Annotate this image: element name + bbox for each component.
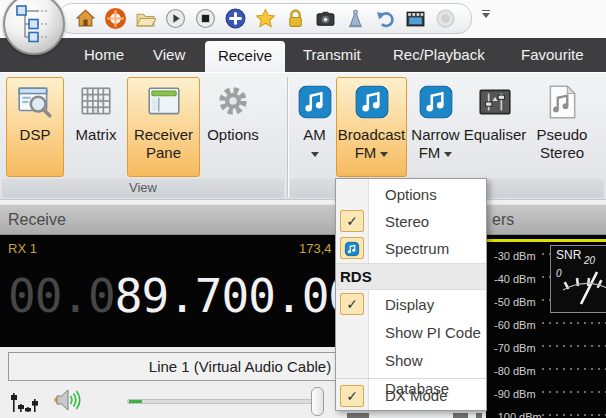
- volume-slider-thumb[interactable]: [311, 387, 324, 416]
- frequency-display[interactable]: 00.089.700.00: [8, 269, 355, 323]
- frequency-value: 89.700.00: [115, 269, 355, 323]
- music-note-page-icon: [543, 83, 581, 121]
- toolbar-overflow-button[interactable]: [478, 8, 494, 24]
- application-menu-button[interactable]: [3, 0, 65, 55]
- equaliser-button[interactable]: Equaliser: [463, 77, 527, 177]
- undo-icon[interactable]: [375, 8, 396, 29]
- scale-row: -90 dBm: [494, 384, 606, 398]
- rx-offset-value: 173,4: [299, 241, 332, 256]
- checkmark-icon: ✓: [340, 293, 364, 315]
- matrix-icon: [77, 83, 115, 121]
- checkmark-icon: ✓: [340, 385, 364, 407]
- help-icon[interactable]: [105, 8, 126, 29]
- frequency-leading-zeros: 00.0: [8, 269, 115, 323]
- dropdown-arrow-icon: [444, 152, 452, 157]
- menu-section-rds: RDS: [336, 263, 486, 290]
- lock-icon[interactable]: [285, 8, 306, 29]
- matrix-button[interactable]: Matrix: [68, 77, 124, 177]
- tab-rec-playback[interactable]: Rec/Playback: [393, 38, 485, 72]
- music-note-icon: [353, 83, 391, 121]
- menu-item-options[interactable]: Options: [336, 181, 486, 208]
- menu-item-dx-mode[interactable]: ✓ DX Mode: [336, 382, 486, 410]
- pseudo-stereo-button[interactable]: Pseudo Stereo: [529, 77, 595, 177]
- am-button[interactable]: AM: [294, 77, 335, 177]
- open-folder-icon[interactable]: [135, 8, 156, 29]
- tab-transmit[interactable]: Transmit: [303, 38, 361, 72]
- rx-label: RX 1: [8, 241, 37, 256]
- volume-level-fill: [129, 400, 142, 403]
- snr-meter: SNR 0 20: [550, 245, 606, 313]
- menu-separator: [336, 375, 486, 382]
- meter-accent-line: [486, 239, 606, 242]
- audio-level-bars-icon[interactable]: [10, 388, 42, 415]
- menu-item-stereo[interactable]: ✓ Stereo: [336, 208, 486, 235]
- scale-row: -60 dBm: [494, 315, 606, 329]
- speaker-icon[interactable]: [52, 386, 82, 414]
- tab-favourite[interactable]: Favourite: [521, 38, 584, 72]
- group-caption-view: View: [2, 179, 284, 198]
- broadcast-fm-button[interactable]: Broadcast FM: [336, 77, 407, 177]
- group-separator: [287, 77, 288, 197]
- receiver-pane-button[interactable]: Receiver Pane: [127, 77, 200, 177]
- spectrum-note-icon: [340, 237, 364, 259]
- tab-receive[interactable]: Receive: [205, 41, 285, 72]
- ribbon-tab-bar: Home View Receive Transmit Rec/Playback …: [0, 38, 606, 72]
- narrow-fm-button[interactable]: Narrow FM: [409, 77, 462, 177]
- checkmark-icon: ✓: [340, 210, 364, 232]
- stop-icon[interactable]: [195, 8, 216, 29]
- camera-icon[interactable]: [315, 8, 336, 29]
- menu-item-show-database[interactable]: Show Database: [336, 347, 486, 375]
- broadcast-fm-menu: Options ✓ Stereo Spectrum RDS ✓ Display …: [335, 178, 487, 411]
- menu-item-spectrum[interactable]: Spectrum: [336, 235, 486, 263]
- menu-item-display[interactable]: ✓ Display: [336, 290, 486, 319]
- tab-view[interactable]: View: [153, 38, 185, 72]
- receiver-pane-icon: [145, 83, 183, 121]
- meters-panel-header: ers: [486, 204, 606, 235]
- music-note-icon: [296, 83, 334, 121]
- music-note-icon: [417, 83, 455, 121]
- signal-scale: -30 dBm -40 dBm -50 dBm -60 dBm -70 dBm …: [486, 235, 606, 418]
- chevron-down-icon: [482, 13, 490, 18]
- video-clip-icon[interactable]: [405, 8, 426, 29]
- titlebar: [0, 0, 606, 38]
- menu-item-show-pi-code[interactable]: Show PI Code: [336, 319, 486, 347]
- scale-row: -70 dBm: [494, 338, 606, 352]
- gear-icon: [214, 83, 252, 121]
- ribbon: DSP Matrix Receiver Pane Options View: [0, 72, 606, 200]
- dropdown-arrow-icon: [311, 152, 319, 157]
- dsp-button[interactable]: DSP: [6, 77, 64, 177]
- quick-access-toolbar: [58, 3, 472, 34]
- tab-home[interactable]: Home: [84, 38, 124, 72]
- beacon-icon[interactable]: [345, 8, 366, 29]
- record-disabled-icon[interactable]: [435, 8, 456, 29]
- favourite-star-icon[interactable]: [255, 8, 276, 29]
- volume-slider-track[interactable]: [127, 399, 318, 404]
- home-icon[interactable]: [75, 8, 96, 29]
- hierarchy-logo-icon: [5, 0, 63, 53]
- equaliser-icon: [476, 83, 514, 121]
- add-icon[interactable]: [225, 8, 246, 29]
- dropdown-arrow-icon: [380, 152, 388, 157]
- scale-row: -100 dBm: [494, 407, 606, 418]
- snr-needle-icon: [551, 246, 606, 312]
- occluded-toolbar-strip: [335, 410, 486, 418]
- play-icon[interactable]: [165, 8, 186, 29]
- dsp-icon: [16, 83, 54, 121]
- options-button[interactable]: Options: [203, 77, 263, 177]
- meters-panel: ers -30 dBm -40 dBm -50 dBm -60 dBm -70 …: [486, 204, 606, 418]
- sdr-console-window: Home View Receive Transmit Rec/Playback …: [0, 0, 606, 418]
- scale-row: -80 dBm: [494, 361, 606, 375]
